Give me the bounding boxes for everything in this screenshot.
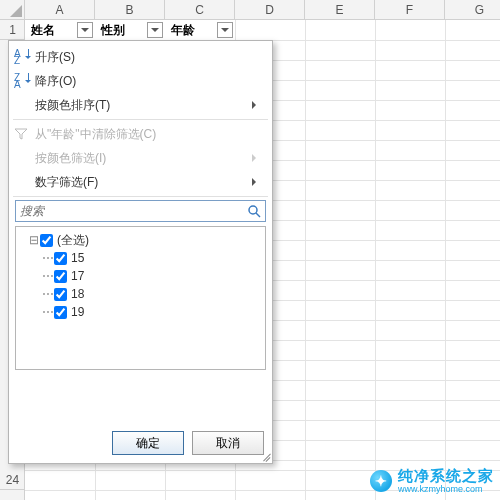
filter-values-tree[interactable]: ⊟ (全选) ⋯ 15 ⋯ 17 ⋯ 18 ⋯ 19: [15, 226, 266, 370]
clear-filter-label: 从"年龄"中清除筛选(C): [35, 126, 156, 143]
filter-button-age[interactable]: [217, 22, 233, 38]
tree-leaf-icon: ⋯: [42, 269, 54, 283]
row-24[interactable]: 24: [0, 470, 25, 490]
tree-leaf-icon: ⋯: [42, 305, 54, 319]
filter-button-gender[interactable]: [147, 22, 163, 38]
tree-select-all[interactable]: ⊟ (全选): [20, 231, 261, 249]
row-1[interactable]: 1: [0, 20, 25, 40]
checkbox-17[interactable]: [54, 270, 67, 283]
number-filters[interactable]: 数字筛选(F): [9, 170, 272, 194]
cancel-button[interactable]: 取消: [192, 431, 264, 455]
sort-desc-label: 降序(O): [35, 73, 76, 90]
tree-item[interactable]: ⋯ 18: [20, 285, 261, 303]
tree-item[interactable]: ⋯ 17: [20, 267, 261, 285]
sort-descending[interactable]: ZA 降序(O): [9, 69, 272, 93]
col-F[interactable]: F: [375, 0, 445, 20]
col-D[interactable]: D: [235, 0, 305, 20]
checkbox-18[interactable]: [54, 288, 67, 301]
sort-color-label: 按颜色排序(T): [35, 97, 110, 114]
button-row: 确定 取消: [112, 431, 264, 455]
tree-item-label: 18: [71, 287, 84, 301]
col-G[interactable]: G: [445, 0, 500, 20]
column-headers: A B C D E F G: [0, 0, 500, 20]
funnel-clear-icon: [14, 127, 30, 141]
submenu-arrow-icon: [252, 101, 260, 109]
search-icon: [246, 203, 262, 219]
svg-line-1: [256, 213, 260, 217]
number-filter-label: 数字筛选(F): [35, 174, 98, 191]
sort-ascending[interactable]: AZ 升序(S): [9, 45, 272, 69]
tree-item[interactable]: ⋯ 19: [20, 303, 261, 321]
svg-point-0: [249, 206, 257, 214]
clear-filter: 从"年龄"中清除筛选(C): [9, 122, 272, 146]
tree-item-label: 19: [71, 305, 84, 319]
checkbox-15[interactable]: [54, 252, 67, 265]
select-all-corner[interactable]: [0, 0, 25, 20]
tree-leaf-icon: ⋯: [42, 287, 54, 301]
watermark-url: www.kzmyhome.com: [398, 484, 494, 494]
sort-asc-label: 升序(S): [35, 49, 75, 66]
tree-toggle-icon[interactable]: ⊟: [28, 233, 40, 247]
tree-item[interactable]: ⋯ 15: [20, 249, 261, 267]
col-A[interactable]: A: [25, 0, 95, 20]
divider: [13, 119, 268, 120]
ok-button[interactable]: 确定: [112, 431, 184, 455]
submenu-arrow-icon: [252, 178, 260, 186]
tree-item-label: 15: [71, 251, 84, 265]
filter-dropdown: AZ 升序(S) ZA 降序(O) 按颜色排序(T) 从"年龄"中清除筛选(C)…: [8, 40, 273, 464]
resize-handle[interactable]: [260, 451, 270, 461]
col-B[interactable]: B: [95, 0, 165, 20]
tree-item-label: 17: [71, 269, 84, 283]
submenu-arrow-icon: [252, 154, 260, 162]
down-arrow-icon: [26, 49, 32, 61]
header-age-label: 年龄: [171, 23, 195, 37]
checkbox-19[interactable]: [54, 306, 67, 319]
watermark-logo-icon: ✦: [370, 470, 392, 492]
filter-color-label: 按颜色筛选(I): [35, 150, 106, 167]
sort-by-color[interactable]: 按颜色排序(T): [9, 93, 272, 117]
down-arrow-icon: [26, 73, 32, 85]
col-C[interactable]: C: [165, 0, 235, 20]
checkbox-all[interactable]: [40, 234, 53, 247]
divider: [13, 196, 268, 197]
header-gender-label: 性别: [101, 23, 125, 37]
search-input[interactable]: [15, 200, 266, 222]
tree-leaf-icon: ⋯: [42, 251, 54, 265]
tree-all-label: (全选): [57, 232, 89, 249]
filter-by-color: 按颜色筛选(I): [9, 146, 272, 170]
search-row: [15, 200, 266, 222]
col-E[interactable]: E: [305, 0, 375, 20]
header-name-label: 姓名: [31, 23, 55, 37]
filter-button-name[interactable]: [77, 22, 93, 38]
watermark: ✦ 纯净系统之家 www.kzmyhome.com: [370, 467, 494, 494]
